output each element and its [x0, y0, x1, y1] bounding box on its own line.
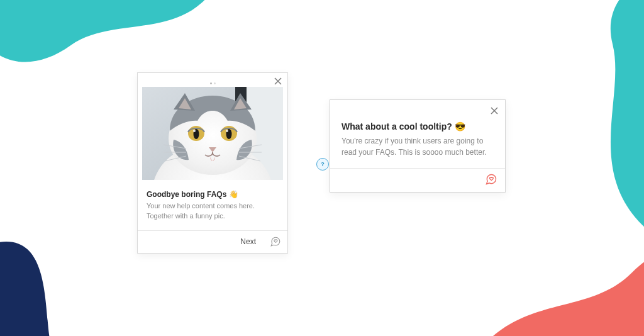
decorative-blob-coral	[443, 185, 644, 336]
tooltip-description: You're crazy if you think users are goin…	[341, 135, 494, 158]
announcement-header	[138, 73, 287, 86]
announcement-body: Goodbye boring FAQs 👋 Your new help cont…	[138, 180, 287, 230]
next-button[interactable]: Next	[235, 235, 261, 249]
svg-point-12	[226, 130, 228, 132]
svg-point-11	[193, 130, 196, 132]
pager-dots	[210, 82, 216, 84]
feedback-button[interactable]	[485, 173, 497, 188]
close-button[interactable]	[489, 105, 500, 116]
announcement-description: Your new help content comes here. Togeth…	[147, 201, 279, 221]
heart-bubble-icon	[485, 173, 497, 186]
heart-bubble-icon	[270, 236, 281, 247]
pager-dot-active	[210, 82, 212, 84]
svg-text:?: ?	[321, 161, 325, 167]
announcement-title: Goodbye boring FAQs 👋	[147, 190, 279, 199]
decorative-blob-navy	[0, 223, 107, 336]
announcement-card: Goodbye boring FAQs 👋 Your new help cont…	[137, 72, 288, 254]
pager-dot	[214, 82, 216, 84]
close-button[interactable]	[272, 76, 284, 87]
feedback-button[interactable]	[270, 236, 281, 247]
tooltip-footer	[330, 168, 505, 192]
close-icon	[490, 106, 499, 115]
tooltip-title: What about a cool tooltip? 😎	[341, 121, 494, 132]
announcement-image	[142, 87, 283, 180]
help-trigger[interactable]: ?	[316, 158, 329, 171]
tooltip-card: What about a cool tooltip? 😎 You're craz…	[330, 99, 506, 193]
question-icon: ?	[319, 160, 326, 168]
close-icon	[274, 77, 282, 86]
announcement-footer: Next	[138, 230, 287, 253]
tooltip-body: What about a cool tooltip? 😎 You're craz…	[330, 100, 505, 168]
decorative-blob-teal-top	[0, 0, 242, 80]
